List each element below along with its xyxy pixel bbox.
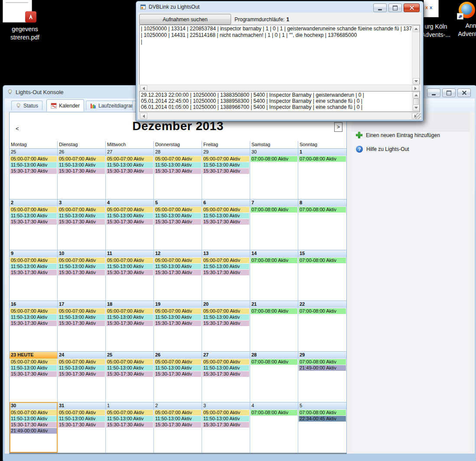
calendar-day-cell[interactable]: 2705:00-07:00 Aktiv11:50-13:00 Aktiv15:3… xyxy=(106,148,154,199)
calendar-day-cell[interactable]: 2505:00-07:00 Aktiv11:50-13:00 Aktiv15:3… xyxy=(10,148,58,199)
schedule-entry[interactable]: 11:50-13:00 Aktiv xyxy=(58,314,105,320)
calendar-day-cell[interactable]: 23 HEUTE05:00-07:00 Aktiv11:50-13:00 Akt… xyxy=(10,351,58,402)
calendar-day-cell[interactable]: 3105:00-07:00 Aktiv11:50-13:00 Aktiv15:3… xyxy=(58,402,106,453)
schedule-entry[interactable]: 15:30-17:30 Aktiv xyxy=(202,168,249,174)
schedule-entry[interactable]: 05:00-07:00 Aktiv xyxy=(202,308,249,314)
calendar-day-cell[interactable]: 305:00-07:00 Aktiv11:50-13:00 Aktiv15:30… xyxy=(202,402,250,453)
minimize-button[interactable] xyxy=(427,88,440,97)
calendar-day-cell[interactable]: 107:00-08:00 Aktiv xyxy=(298,148,346,199)
schedule-entry[interactable]: 15:30-17:30 Aktiv xyxy=(58,320,105,326)
schedule-entry[interactable]: 11:50-13:00 Aktiv xyxy=(154,162,201,168)
calendar-day-cell[interactable]: 205:00-07:00 Aktiv11:50-13:00 Aktiv15:30… xyxy=(154,402,202,453)
calendar-day-cell[interactable]: 2907:00-08:00 Aktiv21:49-00:00 Aktiv xyxy=(298,351,346,402)
schedule-entry[interactable]: 05:00-07:00 Aktiv xyxy=(58,156,105,162)
calendar-day-cell[interactable]: 2705:00-07:00 Aktiv11:50-13:00 Aktiv15:3… xyxy=(202,351,250,402)
horizontal-scrollbar[interactable] xyxy=(139,112,420,120)
calendar-day-cell[interactable]: 2405:00-07:00 Aktiv11:50-13:00 Aktiv15:3… xyxy=(58,351,106,402)
results-textbox[interactable]: 29.12.2013 22:00:00 | 10250000 | 1388350… xyxy=(139,91,420,112)
calendar-next-button[interactable]: > xyxy=(334,122,342,132)
schedule-entry[interactable]: 05:00-07:00 Aktiv xyxy=(202,207,249,213)
vertical-scrollbar[interactable] xyxy=(412,92,420,111)
calendar-day-cell[interactable]: 905:00-07:00 Aktiv11:50-13:00 Aktiv15:30… xyxy=(10,250,58,301)
calendar-day-cell[interactable]: 105:00-07:00 Aktiv11:50-13:00 Aktiv15:30… xyxy=(106,402,154,453)
schedule-entry[interactable]: 07:00-08:00 Aktiv xyxy=(251,308,297,314)
schedule-entry[interactable]: 15:30-17:30 Aktiv xyxy=(10,168,57,174)
schedule-entry[interactable]: 11:50-13:00 Aktiv xyxy=(58,213,105,219)
calendar-day-cell[interactable]: 2005:00-07:00 Aktiv11:50-13:00 Aktiv15:3… xyxy=(202,301,250,351)
schedule-entry[interactable]: 11:50-13:00 Aktiv xyxy=(202,162,249,168)
desktop-icon-pdf[interactable]: gegevens streren.pdf xyxy=(0,0,50,43)
schedule-entry[interactable]: 11:50-13:00 Aktiv xyxy=(106,416,153,422)
schedule-entry[interactable]: 07:00-08:00 Aktiv xyxy=(251,156,297,162)
schedule-entry[interactable]: 15:30-17:30 Aktiv xyxy=(202,270,249,275)
schedule-entry[interactable]: 05:00-07:00 Aktiv xyxy=(202,359,249,365)
vertical-scrollbar[interactable] xyxy=(412,25,420,85)
schedule-entry[interactable]: 05:00-07:00 Aktiv xyxy=(10,207,57,213)
schedule-entry[interactable]: 05:00-07:00 Aktiv xyxy=(202,410,249,415)
schedule-entry[interactable]: 05:00-07:00 Aktiv xyxy=(10,410,57,415)
schedule-entry[interactable]: 15:30-17:30 Aktiv xyxy=(58,371,105,377)
schedule-entry[interactable]: 15:30-17:30 Aktiv xyxy=(10,371,57,377)
schedule-entry[interactable]: 11:50-13:00 Aktiv xyxy=(58,416,105,422)
schedule-entry[interactable]: 11:50-13:00 Aktiv xyxy=(154,264,201,269)
schedule-entry[interactable]: 11:50-13:00 Aktiv xyxy=(202,416,249,422)
schedule-entry[interactable]: 05:00-07:00 Aktiv xyxy=(106,308,153,314)
schedule-entry[interactable]: 07:00-08:00 Aktiv xyxy=(251,258,297,263)
schedule-entry[interactable]: 15:30-17:30 Aktiv xyxy=(154,371,201,377)
resize-grip[interactable] xyxy=(415,113,421,119)
schedule-entry[interactable]: 05:00-07:00 Aktiv xyxy=(106,410,153,415)
schedule-entry[interactable]: 15:30-17:30 Aktiv xyxy=(58,422,105,428)
calendar-day-cell[interactable]: 605:00-07:00 Aktiv11:50-13:00 Aktiv15:30… xyxy=(202,199,250,250)
schedule-entry[interactable]: 11:50-13:00 Aktiv xyxy=(58,264,105,269)
tab-status[interactable]: Status xyxy=(11,101,42,110)
calendar-day-cell[interactable]: 2505:00-07:00 Aktiv11:50-13:00 Aktiv15:3… xyxy=(106,351,154,402)
schedule-entry[interactable]: 15:30-17:30 Aktiv xyxy=(106,422,153,428)
schedule-entry[interactable]: 11:50-13:00 Aktiv xyxy=(10,264,57,269)
calendar-day-cell[interactable]: 305:00-07:00 Aktiv11:50-13:00 Aktiv15:30… xyxy=(58,199,106,250)
calendar-day-cell[interactable]: 407:00-08:00 Aktiv xyxy=(250,402,298,453)
schedule-entry[interactable]: 15:30-17:30 Aktiv xyxy=(202,371,249,377)
schedule-entry[interactable]: 11:50-13:00 Aktiv xyxy=(154,416,201,422)
schedule-entry[interactable]: 05:00-07:00 Aktiv xyxy=(154,410,201,415)
scroll-right-button[interactable] xyxy=(412,85,419,92)
schedule-entry[interactable]: 05:00-07:00 Aktiv xyxy=(58,207,105,213)
minimize-button[interactable] xyxy=(373,3,387,12)
schedule-entry[interactable]: 15:30-17:30 Aktiv xyxy=(106,270,153,275)
calendar-day-cell[interactable]: 1205:00-07:00 Aktiv11:50-13:00 Aktiv15:3… xyxy=(154,250,202,301)
schedule-entry[interactable]: 05:00-07:00 Aktiv xyxy=(154,207,201,213)
calendar-day-cell[interactable]: 807:00-08:00 Aktiv xyxy=(298,199,346,250)
schedule-entry[interactable]: 07:00-08:00 Aktiv xyxy=(299,308,346,314)
schedule-entry[interactable]: 15:30-17:30 Aktiv xyxy=(106,371,153,377)
calendar-day-cell[interactable]: 1605:00-07:00 Aktiv11:50-13:00 Aktiv15:3… xyxy=(10,301,58,351)
schedule-entry[interactable]: 11:50-13:00 Aktiv xyxy=(154,314,201,320)
calendar-day-cell[interactable]: 2107:00-08:00 Aktiv xyxy=(250,301,298,351)
schedule-entry[interactable]: 05:00-07:00 Aktiv xyxy=(10,359,57,365)
schedule-entry[interactable]: 07:00-08:00 Aktiv xyxy=(299,207,346,213)
schedule-entry[interactable]: 05:00-07:00 Aktiv xyxy=(10,156,57,162)
schedule-entry[interactable]: 15:30-17:30 Aktiv xyxy=(202,320,249,326)
schedule-entry[interactable]: 15:30-17:30 Aktiv xyxy=(10,422,57,428)
calendar-day-cell[interactable]: 205:00-07:00 Aktiv11:50-13:00 Aktiv15:30… xyxy=(10,199,58,250)
schedule-entry[interactable]: 15:30-17:30 Aktiv xyxy=(154,219,201,225)
schedule-entry[interactable]: 05:00-07:00 Aktiv xyxy=(58,258,105,263)
calendar-day-cell[interactable]: 2207:00-08:00 Aktiv xyxy=(298,301,346,351)
schedule-entry[interactable]: 11:50-13:00 Aktiv xyxy=(106,365,153,371)
schedule-entry[interactable]: 11:50-13:00 Aktiv xyxy=(10,213,57,219)
calendar-day-cell[interactable]: 1805:00-07:00 Aktiv11:50-13:00 Aktiv15:3… xyxy=(106,301,154,351)
schedule-entry[interactable]: 11:50-13:00 Aktiv xyxy=(202,264,249,269)
schedule-entry[interactable]: 11:50-13:00 Aktiv xyxy=(10,365,57,371)
schedule-entry[interactable]: 05:00-07:00 Aktiv xyxy=(154,156,201,162)
help-link[interactable]: ? Hilfe zu Lights-Out xyxy=(356,146,409,153)
schedule-entry[interactable]: 15:30-17:30 Aktiv xyxy=(58,219,105,225)
calendar-day-cell[interactable]: 1507:00-08:00 Aktiv xyxy=(298,250,346,301)
scroll-down-button[interactable] xyxy=(413,78,420,85)
log-textbox[interactable]: | 10250000 | 13314 | 220853784 | inspect… xyxy=(139,25,420,85)
calendar-day-cell[interactable]: 2605:00-07:00 Aktiv11:50-13:00 Aktiv15:3… xyxy=(154,351,202,402)
maximize-button[interactable] xyxy=(442,88,456,97)
schedule-entry[interactable]: 11:50-13:00 Aktiv xyxy=(202,213,249,219)
schedule-entry[interactable]: 11:50-13:00 Aktiv xyxy=(202,365,249,371)
schedule-entry[interactable]: 15:30-17:30 Aktiv xyxy=(58,270,105,275)
schedule-entry[interactable]: 15:30-17:30 Aktiv xyxy=(106,320,153,326)
schedule-entry[interactable]: 05:00-07:00 Aktiv xyxy=(10,258,57,263)
search-recordings-button[interactable]: Aufnahmen suchen xyxy=(139,14,231,25)
